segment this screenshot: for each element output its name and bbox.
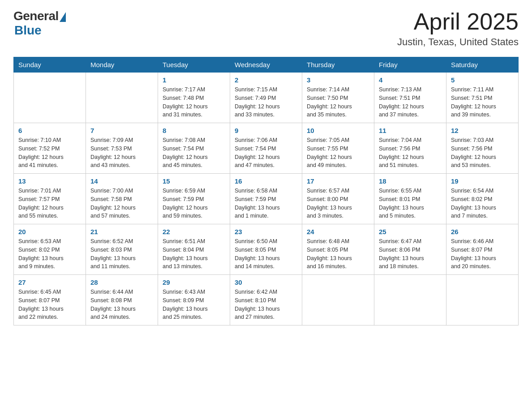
day-number: 17: [307, 177, 369, 185]
calendar-cell: 24Sunrise: 6:48 AM Sunset: 8:05 PM Dayli…: [302, 224, 374, 275]
day-info: Sunrise: 7:13 AM Sunset: 7:51 PM Dayligh…: [379, 86, 442, 119]
calendar-cell: 7Sunrise: 7:09 AM Sunset: 7:53 PM Daylig…: [86, 123, 158, 174]
calendar-cell: 13Sunrise: 7:01 AM Sunset: 7:57 PM Dayli…: [14, 174, 86, 224]
weekday-header-thursday: Thursday: [302, 57, 374, 73]
day-info: Sunrise: 7:14 AM Sunset: 7:50 PM Dayligh…: [307, 86, 369, 119]
day-info: Sunrise: 7:08 AM Sunset: 7:54 PM Dayligh…: [163, 136, 225, 170]
calendar-cell: 15Sunrise: 6:59 AM Sunset: 7:59 PM Dayli…: [158, 174, 230, 224]
day-info: Sunrise: 6:43 AM Sunset: 8:09 PM Dayligh…: [163, 288, 225, 321]
weekday-header-saturday: Saturday: [446, 57, 519, 73]
day-info: Sunrise: 6:42 AM Sunset: 8:10 PM Dayligh…: [235, 288, 297, 321]
calendar-cell: [302, 275, 374, 325]
day-number: 26: [451, 228, 514, 235]
day-number: 1: [163, 76, 225, 84]
weekday-header-wednesday: Wednesday: [230, 57, 302, 73]
day-info: Sunrise: 6:53 AM Sunset: 8:02 PM Dayligh…: [18, 237, 81, 271]
day-info: Sunrise: 7:11 AM Sunset: 7:51 PM Dayligh…: [451, 86, 514, 119]
calendar-week-row: 13Sunrise: 7:01 AM Sunset: 7:57 PM Dayli…: [14, 174, 519, 224]
day-number: 11: [379, 127, 442, 134]
day-info: Sunrise: 6:51 AM Sunset: 8:04 PM Dayligh…: [163, 237, 225, 271]
calendar-cell: 23Sunrise: 6:50 AM Sunset: 8:05 PM Dayli…: [230, 224, 302, 275]
calendar-cell: 28Sunrise: 6:44 AM Sunset: 8:08 PM Dayli…: [86, 275, 158, 325]
day-info: Sunrise: 7:03 AM Sunset: 7:56 PM Dayligh…: [451, 136, 514, 170]
weekday-header-tuesday: Tuesday: [158, 57, 230, 73]
calendar-cell: 3Sunrise: 7:14 AM Sunset: 7:50 PM Daylig…: [302, 73, 374, 123]
calendar-table: SundayMondayTuesdayWednesdayThursdayFrid…: [13, 57, 519, 325]
day-number: 2: [235, 76, 297, 84]
day-info: Sunrise: 6:50 AM Sunset: 8:05 PM Dayligh…: [235, 237, 297, 271]
calendar-cell: 16Sunrise: 6:58 AM Sunset: 7:59 PM Dayli…: [230, 174, 302, 224]
calendar-cell: 27Sunrise: 6:45 AM Sunset: 8:07 PM Dayli…: [14, 275, 86, 325]
day-number: 15: [163, 177, 225, 185]
day-number: 21: [90, 228, 153, 235]
calendar-cell: [374, 275, 446, 325]
logo-general-text: General: [13, 9, 59, 23]
calendar-cell: 1Sunrise: 7:17 AM Sunset: 7:48 PM Daylig…: [158, 73, 230, 123]
day-info: Sunrise: 6:52 AM Sunset: 8:03 PM Dayligh…: [90, 237, 153, 271]
weekday-header-monday: Monday: [86, 57, 158, 73]
day-number: 22: [163, 228, 225, 235]
calendar-cell: 17Sunrise: 6:57 AM Sunset: 8:00 PM Dayli…: [302, 174, 374, 224]
day-number: 24: [307, 228, 369, 235]
calendar-cell: [14, 73, 86, 123]
calendar-cell: 6Sunrise: 7:10 AM Sunset: 7:52 PM Daylig…: [14, 123, 86, 174]
calendar-cell: 10Sunrise: 7:05 AM Sunset: 7:55 PM Dayli…: [302, 123, 374, 174]
day-info: Sunrise: 6:55 AM Sunset: 8:01 PM Dayligh…: [379, 187, 442, 220]
calendar-cell: 30Sunrise: 6:42 AM Sunset: 8:10 PM Dayli…: [230, 275, 302, 325]
day-info: Sunrise: 6:44 AM Sunset: 8:08 PM Dayligh…: [90, 288, 153, 321]
month-title: April 2025: [397, 9, 519, 34]
day-info: Sunrise: 7:17 AM Sunset: 7:48 PM Dayligh…: [163, 86, 225, 119]
logo-triangle-icon: [60, 12, 66, 22]
calendar-cell: 14Sunrise: 7:00 AM Sunset: 7:58 PM Dayli…: [86, 174, 158, 224]
calendar-cell: [446, 275, 519, 325]
calendar-cell: 21Sunrise: 6:52 AM Sunset: 8:03 PM Dayli…: [86, 224, 158, 275]
day-number: 23: [235, 228, 297, 235]
calendar-cell: 11Sunrise: 7:04 AM Sunset: 7:56 PM Dayli…: [374, 123, 446, 174]
day-info: Sunrise: 7:09 AM Sunset: 7:53 PM Dayligh…: [90, 136, 153, 170]
day-number: 29: [163, 278, 225, 286]
day-number: 9: [235, 127, 297, 134]
day-info: Sunrise: 6:46 AM Sunset: 8:07 PM Dayligh…: [451, 237, 514, 271]
logo: General Blue: [13, 9, 66, 38]
day-number: 20: [18, 228, 81, 235]
day-info: Sunrise: 7:00 AM Sunset: 7:58 PM Dayligh…: [90, 187, 153, 220]
day-number: 30: [235, 278, 297, 286]
calendar-week-row: 20Sunrise: 6:53 AM Sunset: 8:02 PM Dayli…: [14, 224, 519, 275]
calendar-cell: 9Sunrise: 7:06 AM Sunset: 7:54 PM Daylig…: [230, 123, 302, 174]
day-info: Sunrise: 7:10 AM Sunset: 7:52 PM Dayligh…: [18, 136, 81, 170]
day-number: 27: [18, 278, 81, 286]
day-info: Sunrise: 7:06 AM Sunset: 7:54 PM Dayligh…: [235, 136, 297, 170]
calendar-week-row: 1Sunrise: 7:17 AM Sunset: 7:48 PM Daylig…: [14, 73, 519, 123]
calendar-cell: 12Sunrise: 7:03 AM Sunset: 7:56 PM Dayli…: [446, 123, 519, 174]
day-number: 10: [307, 127, 369, 134]
day-number: 5: [451, 76, 514, 84]
calendar-cell: 18Sunrise: 6:55 AM Sunset: 8:01 PM Dayli…: [374, 174, 446, 224]
day-number: 19: [451, 177, 514, 185]
logo-blue-text: Blue: [14, 23, 42, 38]
day-info: Sunrise: 6:58 AM Sunset: 7:59 PM Dayligh…: [235, 187, 297, 220]
calendar-cell: 26Sunrise: 6:46 AM Sunset: 8:07 PM Dayli…: [446, 224, 519, 275]
calendar-cell: 22Sunrise: 6:51 AM Sunset: 8:04 PM Dayli…: [158, 224, 230, 275]
day-number: 18: [379, 177, 442, 185]
calendar-cell: 5Sunrise: 7:11 AM Sunset: 7:51 PM Daylig…: [446, 73, 519, 123]
day-number: 6: [18, 127, 81, 134]
calendar-cell: 2Sunrise: 7:15 AM Sunset: 7:49 PM Daylig…: [230, 73, 302, 123]
calendar-cell: [86, 73, 158, 123]
weekday-header-friday: Friday: [374, 57, 446, 73]
calendar-week-row: 6Sunrise: 7:10 AM Sunset: 7:52 PM Daylig…: [14, 123, 519, 174]
day-number: 12: [451, 127, 514, 134]
day-number: 7: [90, 127, 153, 134]
day-info: Sunrise: 6:57 AM Sunset: 8:00 PM Dayligh…: [307, 187, 369, 220]
day-number: 13: [18, 177, 81, 185]
day-info: Sunrise: 7:15 AM Sunset: 7:49 PM Dayligh…: [235, 86, 297, 119]
day-number: 14: [90, 177, 153, 185]
calendar-cell: 19Sunrise: 6:54 AM Sunset: 8:02 PM Dayli…: [446, 174, 519, 224]
day-number: 25: [379, 228, 442, 235]
calendar-cell: 29Sunrise: 6:43 AM Sunset: 8:09 PM Dayli…: [158, 275, 230, 325]
day-number: 3: [307, 76, 369, 84]
calendar-cell: 8Sunrise: 7:08 AM Sunset: 7:54 PM Daylig…: [158, 123, 230, 174]
page-header: General Blue April 2025 Justin, Texas, U…: [13, 9, 519, 48]
day-info: Sunrise: 7:05 AM Sunset: 7:55 PM Dayligh…: [307, 136, 369, 170]
day-info: Sunrise: 6:45 AM Sunset: 8:07 PM Dayligh…: [18, 288, 81, 321]
day-info: Sunrise: 6:47 AM Sunset: 8:06 PM Dayligh…: [379, 237, 442, 271]
